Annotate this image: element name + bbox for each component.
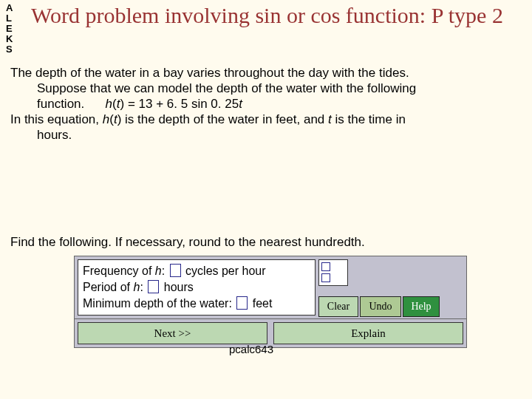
minimum-input[interactable] (236, 296, 248, 310)
brand-aleks: A L E K S (6, 3, 13, 55)
footer-id: pcalc643 (229, 343, 273, 355)
problem-text: The depth of the water in a bay varies t… (10, 65, 525, 143)
clear-button[interactable]: Clear (318, 296, 358, 317)
explain-button[interactable]: Explain (273, 322, 463, 344)
frequency-input[interactable] (170, 264, 181, 277)
answer-box: Frequency of h: cycles per hour Period o… (78, 259, 316, 316)
instruction-text: Find the following. If necessary, round … (10, 235, 365, 250)
tool-icon[interactable] (321, 273, 330, 282)
next-button[interactable]: Next >> (78, 322, 267, 344)
help-button[interactable]: Help (403, 296, 440, 317)
page-title: Word problem involving sin or cos functi… (31, 3, 526, 28)
tool-palette (318, 259, 348, 286)
tool-icon[interactable] (321, 262, 330, 271)
undo-button[interactable]: Undo (360, 296, 401, 317)
period-input[interactable] (148, 280, 159, 293)
answer-panel: Frequency of h: cycles per hour Period o… (74, 256, 467, 348)
